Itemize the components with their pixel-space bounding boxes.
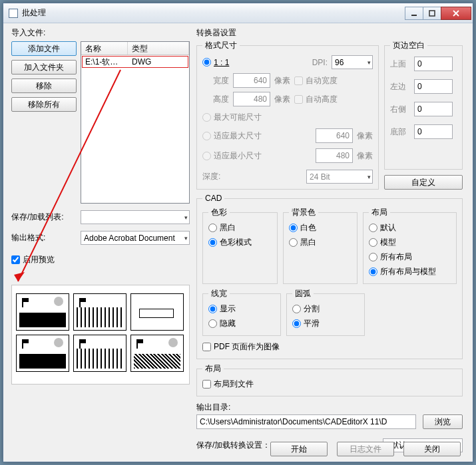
- fitmax-input[interactable]: [316, 128, 353, 143]
- col-type[interactable]: 类型: [128, 42, 189, 55]
- margin-top-input[interactable]: [414, 57, 453, 71]
- app-icon: [9, 9, 18, 18]
- thumb[interactable]: [130, 335, 184, 372]
- color-bw-radio[interactable]: 黑白: [208, 222, 236, 233]
- col-name[interactable]: 名称: [81, 42, 128, 55]
- savelist-select[interactable]: ▾: [81, 210, 190, 224]
- layout-model-radio[interactable]: 模型: [369, 237, 396, 248]
- minimize-button[interactable]: [405, 7, 423, 20]
- thumb[interactable]: [73, 293, 126, 331]
- right-panel: 转换器设置 格式尺寸 1 : 1 DPI: 96▾ 宽度 像素 自动宽度: [196, 27, 463, 442]
- outdir-input[interactable]: [196, 414, 416, 429]
- output-format-label: 输出格式:: [11, 232, 77, 243]
- titlebar: 批处理: [3, 3, 473, 23]
- layout2-group: 布局 布局到文件: [196, 363, 463, 396]
- thumb[interactable]: [130, 293, 184, 331]
- close-button[interactable]: [441, 7, 471, 20]
- bg-white-radio[interactable]: 白色: [289, 222, 316, 233]
- margins-group: 页边空白 上面 左边 右侧 底部: [384, 40, 463, 170]
- ratio-1-1-radio[interactable]: 1 : 1: [202, 58, 229, 67]
- browse-button[interactable]: 浏览: [423, 414, 463, 429]
- svg-rect-1: [429, 11, 435, 16]
- add-file-button[interactable]: 添加文件: [11, 41, 77, 56]
- depth-label: 深度:: [202, 171, 220, 182]
- thumb[interactable]: [16, 293, 69, 331]
- auto-height-check[interactable]: 自动高度: [294, 94, 338, 105]
- enable-preview-checkbox[interactable]: 启用预览: [11, 254, 55, 265]
- color-mode-radio[interactable]: 色彩模式: [208, 237, 252, 248]
- fitmin-input[interactable]: [316, 148, 353, 163]
- width-input[interactable]: [233, 73, 270, 88]
- import-files-label: 导入文件:: [11, 27, 190, 39]
- dpi-label: DPI:: [312, 58, 328, 67]
- layout-all-radio[interactable]: 所有布局: [369, 251, 412, 263]
- fit-min-radio[interactable]: 适应最小尺寸: [202, 150, 262, 162]
- depth-select[interactable]: 24 Bit▾: [306, 170, 373, 184]
- thumb[interactable]: [73, 335, 126, 372]
- window-title: 批处理: [22, 7, 405, 19]
- remove-all-button[interactable]: 移除所有: [11, 97, 77, 112]
- file-table[interactable]: 名称 类型 E:\1-软文... DWG: [81, 41, 190, 204]
- footer-buttons: 开始 日志文件 关闭: [270, 442, 461, 456]
- margin-right-input[interactable]: [414, 102, 453, 116]
- remove-button[interactable]: 移除: [11, 78, 77, 93]
- layout-default-radio[interactable]: 默认: [369, 222, 396, 233]
- preview-pane: [11, 285, 190, 385]
- start-button[interactable]: 开始: [270, 442, 328, 456]
- maximize-button[interactable]: [423, 7, 441, 20]
- custom-button[interactable]: 自定义: [384, 175, 463, 190]
- arc-smooth-radio[interactable]: 平滑: [292, 318, 320, 329]
- max-size-radio[interactable]: 最大可能尺寸: [202, 112, 373, 123]
- outdir-label: 输出目录:: [196, 402, 230, 412]
- dialog-window: 批处理 导入文件: 添加文件 加入文件夹 移除 移除所有 名称 类型: [3, 3, 473, 462]
- cad-group: CAD 色彩 黑白 色彩模式 背景色 白色 黑白 布局 默认 模型 所有布局 所…: [196, 194, 463, 359]
- lw-show-radio[interactable]: 显示: [208, 303, 236, 315]
- layout-to-file-check[interactable]: 布局到文件: [202, 379, 254, 390]
- cell-type: DWG: [128, 57, 189, 67]
- svg-marker-5: [14, 272, 25, 281]
- bg-black-radio[interactable]: 黑白: [289, 237, 316, 248]
- margin-bottom-input[interactable]: [414, 124, 453, 139]
- height-input[interactable]: [233, 92, 270, 106]
- dpi-select[interactable]: 96▾: [332, 55, 373, 69]
- left-panel: 导入文件: 添加文件 加入文件夹 移除 移除所有 名称 类型 E:\1-软文..…: [11, 27, 190, 442]
- add-folder-button[interactable]: 加入文件夹: [11, 60, 77, 75]
- margin-left-input[interactable]: [414, 79, 453, 94]
- arc-split-radio[interactable]: 分割: [292, 303, 320, 315]
- layout-allm-radio[interactable]: 所有布局与模型: [369, 266, 436, 277]
- log-button[interactable]: 日志文件: [337, 442, 394, 456]
- format-size-group: 格式尺寸 1 : 1 DPI: 96▾ 宽度 像素 自动宽度 高度: [196, 40, 379, 190]
- pdf-as-image-check[interactable]: PDF 页面作为图像: [202, 341, 280, 353]
- close-dialog-button[interactable]: 关闭: [403, 442, 461, 456]
- cell-name: E:\1-软文...: [81, 57, 128, 68]
- savelist-label: 保存/加载列表:: [11, 212, 77, 223]
- converter-settings-label: 转换器设置: [196, 27, 463, 39]
- table-row[interactable]: E:\1-软文... DWG: [81, 55, 189, 69]
- fit-max-radio[interactable]: 适应最大尺寸: [202, 130, 262, 142]
- lw-hide-radio[interactable]: 隐藏: [208, 318, 236, 329]
- output-format-select[interactable]: Adobe Acrobat Document▾: [81, 231, 190, 245]
- auto-width-check[interactable]: 自动宽度: [294, 75, 338, 86]
- thumb[interactable]: [16, 335, 69, 372]
- saveconv-label: 保存/加载转换设置：:: [196, 440, 273, 451]
